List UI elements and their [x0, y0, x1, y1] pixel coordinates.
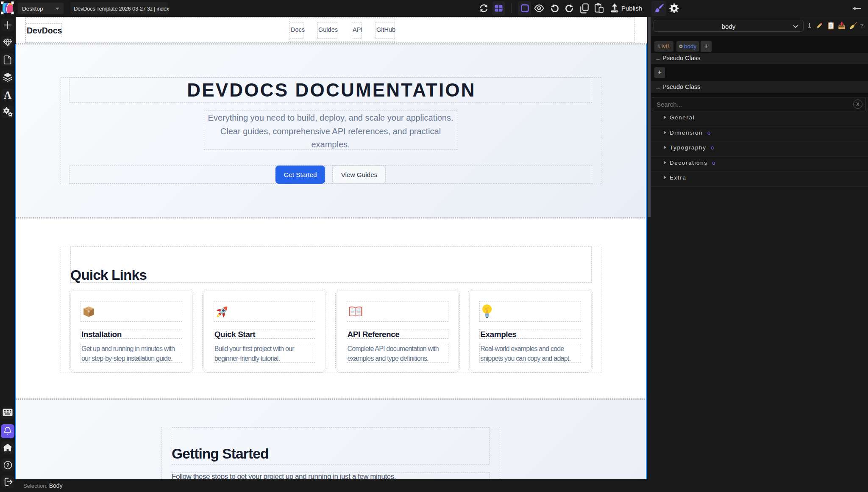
svg-text:?: ? — [6, 462, 10, 468]
